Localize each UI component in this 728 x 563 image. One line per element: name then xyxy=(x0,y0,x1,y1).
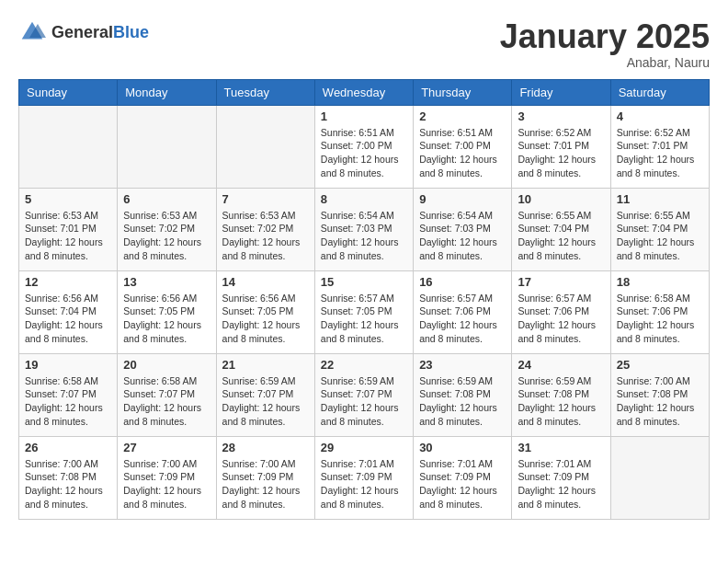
day-number: 2 xyxy=(419,109,506,123)
calendar-header-row: SundayMondayTuesdayWednesdayThursdayFrid… xyxy=(19,79,710,105)
day-info: Sunrise: 7:01 AMSunset: 7:09 PMDaylight:… xyxy=(321,457,407,511)
day-info: Sunrise: 6:57 AMSunset: 7:06 PMDaylight:… xyxy=(419,292,506,346)
day-number: 29 xyxy=(321,441,407,454)
calendar-cell: 23Sunrise: 6:59 AMSunset: 7:08 PMDayligh… xyxy=(414,353,512,436)
calendar-cell xyxy=(216,105,314,188)
day-info: Sunrise: 7:01 AMSunset: 7:09 PMDaylight:… xyxy=(419,457,506,511)
day-number: 5 xyxy=(25,192,111,206)
day-number: 26 xyxy=(25,441,111,454)
logo-icon xyxy=(18,18,46,46)
header-friday: Friday xyxy=(512,79,610,105)
day-number: 1 xyxy=(321,109,407,123)
calendar-cell: 7Sunrise: 6:53 AMSunset: 7:02 PMDaylight… xyxy=(216,188,314,270)
logo-general: General xyxy=(51,23,113,41)
header-thursday: Thursday xyxy=(414,79,512,105)
week-row-3: 12Sunrise: 6:56 AMSunset: 7:04 PMDayligh… xyxy=(19,270,710,353)
calendar-cell: 18Sunrise: 6:58 AMSunset: 7:06 PMDayligh… xyxy=(610,270,709,353)
day-number: 11 xyxy=(617,192,703,206)
logo-text: GeneralBlue xyxy=(51,23,149,42)
calendar-cell: 1Sunrise: 6:51 AMSunset: 7:00 PMDaylight… xyxy=(314,105,413,188)
calendar-cell: 8Sunrise: 6:54 AMSunset: 7:03 PMDaylight… xyxy=(314,188,413,270)
day-number: 6 xyxy=(123,192,210,206)
day-info: Sunrise: 6:59 AMSunset: 7:07 PMDaylight:… xyxy=(222,374,309,429)
day-info: Sunrise: 6:52 AMSunset: 7:01 PMDaylight:… xyxy=(518,126,604,180)
calendar-cell: 4Sunrise: 6:52 AMSunset: 7:01 PMDaylight… xyxy=(610,105,709,188)
day-number: 9 xyxy=(419,192,506,206)
month-title: January 2025 xyxy=(500,18,710,55)
day-info: Sunrise: 7:01 AMSunset: 7:09 PMDaylight:… xyxy=(518,457,604,511)
calendar-cell: 22Sunrise: 6:59 AMSunset: 7:07 PMDayligh… xyxy=(314,353,413,436)
calendar-table: SundayMondayTuesdayWednesdayThursdayFrid… xyxy=(18,79,710,520)
day-number: 31 xyxy=(518,441,604,454)
day-info: Sunrise: 6:58 AMSunset: 7:07 PMDaylight:… xyxy=(25,374,111,429)
calendar-cell: 2Sunrise: 6:51 AMSunset: 7:00 PMDaylight… xyxy=(414,105,512,188)
logo: GeneralBlue xyxy=(18,18,149,46)
day-number: 10 xyxy=(518,192,604,206)
logo-blue: Blue xyxy=(113,23,149,41)
day-info: Sunrise: 6:51 AMSunset: 7:00 PMDaylight:… xyxy=(419,126,506,180)
day-info: Sunrise: 6:55 AMSunset: 7:04 PMDaylight:… xyxy=(617,209,703,263)
calendar-cell: 12Sunrise: 6:56 AMSunset: 7:04 PMDayligh… xyxy=(19,270,118,353)
calendar-cell: 26Sunrise: 7:00 AMSunset: 7:08 PMDayligh… xyxy=(19,436,118,519)
day-number: 23 xyxy=(419,358,506,372)
day-info: Sunrise: 6:57 AMSunset: 7:06 PMDaylight:… xyxy=(518,292,604,346)
day-number: 19 xyxy=(25,358,111,372)
calendar-cell xyxy=(118,105,216,188)
day-number: 25 xyxy=(617,358,703,372)
day-number: 13 xyxy=(123,275,210,289)
day-info: Sunrise: 6:56 AMSunset: 7:05 PMDaylight:… xyxy=(222,292,309,346)
day-number: 22 xyxy=(321,358,407,372)
day-number: 3 xyxy=(518,109,604,123)
day-number: 28 xyxy=(222,441,309,454)
day-info: Sunrise: 6:54 AMSunset: 7:03 PMDaylight:… xyxy=(419,209,506,263)
calendar-cell: 17Sunrise: 6:57 AMSunset: 7:06 PMDayligh… xyxy=(512,270,610,353)
page-header: GeneralBlue January 2025 Anabar, Nauru xyxy=(18,18,710,70)
day-info: Sunrise: 6:59 AMSunset: 7:07 PMDaylight:… xyxy=(321,374,407,429)
calendar-cell xyxy=(19,105,118,188)
day-number: 27 xyxy=(123,441,210,454)
calendar-cell: 19Sunrise: 6:58 AMSunset: 7:07 PMDayligh… xyxy=(19,353,118,436)
location: Anabar, Nauru xyxy=(500,55,710,70)
calendar-cell: 5Sunrise: 6:53 AMSunset: 7:01 PMDaylight… xyxy=(19,188,118,270)
calendar-cell: 13Sunrise: 6:56 AMSunset: 7:05 PMDayligh… xyxy=(118,270,216,353)
day-number: 17 xyxy=(518,275,604,289)
day-info: Sunrise: 6:57 AMSunset: 7:05 PMDaylight:… xyxy=(321,292,407,346)
day-number: 18 xyxy=(617,275,703,289)
week-row-2: 5Sunrise: 6:53 AMSunset: 7:01 PMDaylight… xyxy=(19,188,710,270)
day-info: Sunrise: 6:56 AMSunset: 7:04 PMDaylight:… xyxy=(25,292,111,346)
header-saturday: Saturday xyxy=(610,79,709,105)
day-info: Sunrise: 6:54 AMSunset: 7:03 PMDaylight:… xyxy=(321,209,407,263)
calendar-cell xyxy=(610,436,709,519)
day-info: Sunrise: 7:00 AMSunset: 7:08 PMDaylight:… xyxy=(617,374,703,429)
calendar-cell: 11Sunrise: 6:55 AMSunset: 7:04 PMDayligh… xyxy=(610,188,709,270)
day-info: Sunrise: 6:55 AMSunset: 7:04 PMDaylight:… xyxy=(518,209,604,263)
calendar-cell: 21Sunrise: 6:59 AMSunset: 7:07 PMDayligh… xyxy=(216,353,314,436)
day-number: 4 xyxy=(617,109,703,123)
day-info: Sunrise: 6:52 AMSunset: 7:01 PMDaylight:… xyxy=(617,126,703,180)
day-info: Sunrise: 6:51 AMSunset: 7:00 PMDaylight:… xyxy=(321,126,407,180)
day-info: Sunrise: 6:59 AMSunset: 7:08 PMDaylight:… xyxy=(419,374,506,429)
day-number: 8 xyxy=(321,192,407,206)
day-info: Sunrise: 6:59 AMSunset: 7:08 PMDaylight:… xyxy=(518,374,604,429)
calendar-cell: 31Sunrise: 7:01 AMSunset: 7:09 PMDayligh… xyxy=(512,436,610,519)
day-info: Sunrise: 7:00 AMSunset: 7:08 PMDaylight:… xyxy=(25,457,111,511)
week-row-4: 19Sunrise: 6:58 AMSunset: 7:07 PMDayligh… xyxy=(19,353,710,436)
day-info: Sunrise: 6:53 AMSunset: 7:01 PMDaylight:… xyxy=(25,209,111,263)
day-number: 7 xyxy=(222,192,309,206)
day-info: Sunrise: 6:56 AMSunset: 7:05 PMDaylight:… xyxy=(123,292,210,346)
day-info: Sunrise: 7:00 AMSunset: 7:09 PMDaylight:… xyxy=(222,457,309,511)
calendar-cell: 10Sunrise: 6:55 AMSunset: 7:04 PMDayligh… xyxy=(512,188,610,270)
header-sunday: Sunday xyxy=(19,79,118,105)
title-block: January 2025 Anabar, Nauru xyxy=(500,18,710,70)
calendar-cell: 15Sunrise: 6:57 AMSunset: 7:05 PMDayligh… xyxy=(314,270,413,353)
day-number: 30 xyxy=(419,441,506,454)
day-info: Sunrise: 6:53 AMSunset: 7:02 PMDaylight:… xyxy=(123,209,210,263)
calendar-cell: 30Sunrise: 7:01 AMSunset: 7:09 PMDayligh… xyxy=(414,436,512,519)
day-info: Sunrise: 6:58 AMSunset: 7:06 PMDaylight:… xyxy=(617,292,703,346)
day-number: 21 xyxy=(222,358,309,372)
calendar-cell: 20Sunrise: 6:58 AMSunset: 7:07 PMDayligh… xyxy=(118,353,216,436)
header-tuesday: Tuesday xyxy=(216,79,314,105)
calendar-cell: 16Sunrise: 6:57 AMSunset: 7:06 PMDayligh… xyxy=(414,270,512,353)
calendar-cell: 9Sunrise: 6:54 AMSunset: 7:03 PMDaylight… xyxy=(414,188,512,270)
calendar-cell: 25Sunrise: 7:00 AMSunset: 7:08 PMDayligh… xyxy=(610,353,709,436)
